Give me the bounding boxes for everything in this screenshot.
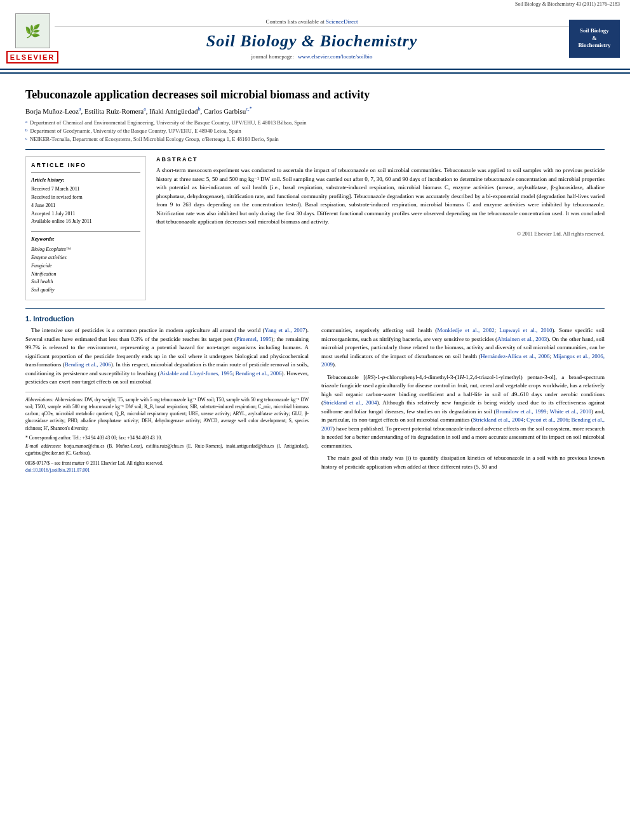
intro-para-1: The intensive use of pesticides is a com… — [25, 326, 309, 387]
abstract-title: ABSTRACT — [156, 156, 605, 163]
corresponding-note: * Corresponding author. Tel.: +34 94 403… — [25, 434, 309, 441]
article-title: Tebuconazole application decreases soil … — [25, 88, 605, 102]
journal-logo-right: Soil Biology&Biochemistry — [569, 20, 620, 58]
journal-logo-text: Soil Biology&Biochemistry — [579, 27, 611, 50]
page-wrapper: Soil Biology & Biochemistry 43 (2011) 21… — [0, 0, 630, 483]
kw-2: Fungicide — [31, 262, 140, 270]
info-divider-1 — [31, 172, 140, 173]
affil-b-text: Department of Geodynamic, University of … — [30, 127, 241, 135]
ref-bending1[interactable]: Bending et al., 2006 — [65, 361, 111, 368]
keywords-list: Biolog Ecoplates™ Enzyme activities Fung… — [31, 246, 140, 295]
article-info-title: ARTICLE INFO — [31, 162, 140, 168]
ref-strickland1[interactable]: Strickland et al., 2004 — [323, 399, 377, 406]
author-inaki: Iñaki Antigüedad — [149, 107, 198, 115]
section-divider-1 — [25, 149, 605, 150]
author-borja: Borja Muñoz-Leoz — [25, 107, 79, 115]
email-line: E-mail addresses: borja.munoz@ehu.es (B.… — [25, 443, 309, 457]
released-text: released — [50, 344, 68, 350]
kw-4: Soil health — [31, 278, 140, 286]
contents-label: Contents lists available at — [266, 18, 326, 25]
elsevier-logo-left: 🌿 ELSEVIER — [10, 13, 55, 63]
revised-label: Received in revised form — [31, 194, 140, 202]
journal-homepage: journal homepage: www.elsevier.com/locat… — [55, 53, 569, 60]
email-label: E-mail addresses: — [25, 443, 62, 449]
article-content: Tebuconazole application decreases soil … — [0, 74, 630, 483]
body-col-right: communities, negatively affecting soil h… — [321, 326, 605, 475]
article-info-col: ARTICLE INFO Article history: Received 7… — [25, 156, 146, 300]
intro-para-right-2: Tebuconazole [(RS)-1-p-chlorophenyl-4,4-… — [321, 373, 605, 451]
kw-1: Enzyme activities — [31, 254, 140, 262]
affil-a-text: Department of Chemical and Environmental… — [30, 119, 306, 127]
author-estilita: Estilita Ruiz-Romera — [84, 107, 144, 115]
elsevier-box: ELSEVIER — [6, 51, 58, 63]
received-date: Received 7 March 2011 — [31, 185, 140, 194]
issn: 0038-0717/$ – see front matter © 2011 El… — [25, 460, 309, 467]
ref-monkledje[interactable]: Monkledje et al., 2002 — [437, 327, 494, 333]
ref-mijangos1[interactable]: Mijangos et al., 2006, 2009 — [321, 353, 605, 368]
doi: doi:10.1016/j.soilbio.2011.07.001 — [25, 467, 309, 474]
sup-a: a — [79, 106, 81, 112]
ref-hernandez[interactable]: Hernández-Allica et al., 2006 — [481, 353, 550, 359]
journal-title-main: Soil Biology & Biochemistry — [55, 32, 569, 51]
history-label: Article history: — [31, 177, 140, 183]
email-addresses: borja.munoz@ehu.es (B. Muñoz-Leoz), esti… — [25, 443, 309, 456]
article-info-abstract: ARTICLE INFO Article history: Received 7… — [25, 156, 605, 300]
elsevier-text: ELSEVIER — [10, 53, 55, 61]
abstract-col: ABSTRACT A short-term mesocosm experimen… — [156, 156, 605, 300]
ref-white[interactable]: White et al., 2010 — [550, 408, 592, 415]
journal-banner: 🌿 ELSEVIER Contents lists available at S… — [0, 8, 630, 70]
abbreviations-text: Abbreviations: Abbreviations: DW, dry we… — [25, 396, 309, 432]
kw-0: Biolog Ecoplates™ — [31, 246, 140, 254]
authors-line: Borja Muñoz-Leoza, Estilita Ruiz-Romeraa… — [25, 106, 605, 115]
intro-para-right-1: communities, negatively affecting soil h… — [321, 326, 605, 370]
tree-icon: 🌿 — [15, 13, 50, 48]
sup-c: c,* — [246, 106, 252, 112]
keywords-label: Keywords: — [31, 236, 55, 242]
kw-5: Soil quality — [31, 286, 140, 295]
homepage-url[interactable]: www.elsevier.com/locate/soilbio — [298, 53, 372, 60]
ref-pimentel[interactable]: Pimentel, 1995 — [236, 336, 271, 342]
health-text: health — [418, 327, 432, 333]
sup-b: b — [198, 106, 200, 112]
homepage-label: journal homepage: — [251, 53, 294, 60]
keywords-title: Keywords: — [31, 236, 140, 242]
ref-bromilow[interactable]: Bromilow et al., 1999 — [495, 408, 546, 415]
ref-bending2[interactable]: Bending et al., 2006 — [236, 370, 282, 377]
body-columns: The intensive use of pesticides is a com… — [25, 326, 605, 475]
ref-strickland2[interactable]: Strickland et al., 2004 — [473, 417, 523, 423]
intro-para-right-3: The main goal of this study was (i) to q… — [321, 454, 605, 471]
journal-banner-center: Contents lists available at ScienceDirec… — [55, 17, 569, 60]
info-divider-2 — [31, 231, 140, 232]
journal-header: Soil Biology & Biochemistry 43 (2011) 21… — [0, 0, 630, 74]
footnote-section: Abbreviations: Abbreviations: DW, dry we… — [25, 392, 309, 474]
abbrev-label: Abbreviations: — [25, 397, 55, 403]
intro-heading: 1. Introduction — [25, 315, 605, 323]
affil-c-text: NEIKER-Tecnalia, Department of Ecosystem… — [30, 135, 279, 143]
available-date: Available online 16 July 2011 — [31, 218, 140, 226]
section-divider-2 — [25, 308, 605, 309]
introduction-section: 1. Introduction The intensive use of pes… — [25, 315, 605, 475]
article-info-box: ARTICLE INFO Article history: Received 7… — [25, 156, 146, 300]
ref-ahtiainen[interactable]: Ahtiainen et al., 2003 — [497, 336, 547, 342]
article-dates: Received 7 March 2011 Received in revise… — [31, 185, 140, 226]
copyright-line: © 2011 Elsevier Ltd. All rights reserved… — [156, 230, 605, 237]
ref-lupwayi[interactable]: Lupwayi et al., 2010 — [499, 327, 552, 333]
accepted-date: Accepted 1 July 2011 — [31, 210, 140, 218]
affil-b: b Department of Geodynamic, University o… — [25, 127, 605, 135]
affil-c: c NEIKER-Tecnalia, Department of Ecosyst… — [25, 135, 605, 143]
ref-yang[interactable]: Yang et al., 2007 — [265, 327, 305, 333]
sup-a2: a — [144, 106, 146, 112]
kw-3: Nitrification — [31, 270, 140, 279]
affiliations: a Department of Chemical and Environment… — [25, 119, 605, 143]
contents-bar: Contents lists available at ScienceDirec… — [55, 17, 569, 27]
ref-cycon[interactable]: Cycoń et al., 2006 — [526, 417, 568, 423]
revised-date: 4 June 2011 — [31, 202, 140, 210]
abstract-text: A short-term mesocosm experiment was con… — [156, 166, 605, 227]
body-col-left: The intensive use of pesticides is a com… — [25, 326, 309, 475]
affil-a: a Department of Chemical and Environment… — [25, 119, 605, 127]
abbrev-content: Abbreviations: DW, dry weight; T5, sampl… — [25, 397, 309, 431]
top-citation-bar: Soil Biology & Biochemistry 43 (2011) 21… — [0, 0, 630, 8]
sciencedirect-link[interactable]: ScienceDirect — [326, 18, 358, 25]
author-carlos: Carlos Garbisu — [204, 107, 246, 115]
ref-aislable[interactable]: Aislable and Lloyd-Jones, 1995 — [159, 370, 232, 377]
